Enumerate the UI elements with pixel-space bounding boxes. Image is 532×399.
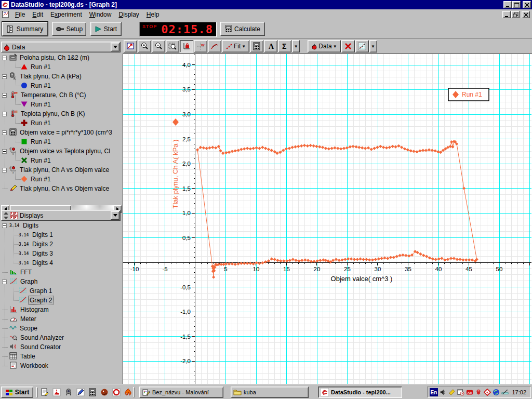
display-item-graph[interactable]: Graph xyxy=(2,277,38,286)
setup-button[interactable]: Setup xyxy=(52,22,86,36)
data-run-item[interactable]: Run #1 xyxy=(21,118,52,128)
svg-text:RTD: RTD xyxy=(14,91,18,95)
smart-tool-button[interactable] xyxy=(180,40,193,52)
scale-to-fit-icon xyxy=(126,42,135,50)
displays-dropdown-button[interactable] xyxy=(111,211,119,220)
graph-settings-dropdown[interactable]: ▼ xyxy=(369,40,377,52)
display-item-graph-2[interactable]: Graph 2 xyxy=(19,296,53,305)
sigma-dropdown[interactable]: ▼ xyxy=(292,40,300,52)
display-item-scope[interactable]: Scope xyxy=(2,324,38,333)
summary-label: Summary xyxy=(17,25,43,33)
taskbar-window-2[interactable]: kuba xyxy=(231,387,309,398)
quicklaunch-pen-tool-icon[interactable] xyxy=(76,388,85,396)
mdi-close-button[interactable] xyxy=(522,11,530,18)
graph-panel[interactable]: -10-55101520253035404550-2,0-1,5-1,0-0,5… xyxy=(123,54,532,384)
display-item-table[interactable]: Table xyxy=(2,352,36,361)
zoom-out-button[interactable] xyxy=(152,40,165,52)
mdi-minimize-button[interactable] xyxy=(502,11,511,18)
close-button[interactable] xyxy=(523,1,531,8)
menu-window[interactable]: Window xyxy=(86,10,115,19)
data-run-item[interactable]: Run #1 xyxy=(21,156,52,165)
display-item-graph-1[interactable]: Graph 1 xyxy=(19,286,53,296)
calculator-button[interactable] xyxy=(250,40,263,52)
quicklaunch-fire-icon[interactable] xyxy=(124,388,132,396)
data-select-button[interactable]: Data▼ xyxy=(308,40,340,52)
quicklaunch-calculator-icon[interactable] xyxy=(88,388,97,396)
display-item-digits-4[interactable]: 3.14Digits 4 xyxy=(19,258,54,268)
display-item-digits-2[interactable]: 3.14Digits 2 xyxy=(19,240,54,249)
zoom-select-button[interactable] xyxy=(166,40,179,52)
delete-button[interactable] xyxy=(341,40,355,52)
display-item-sound-analyzer[interactable]: Sound Analyzer xyxy=(2,333,65,342)
data-run-item[interactable]: Run #1 xyxy=(21,175,52,184)
collapse-toggle[interactable] xyxy=(2,168,7,172)
display-item-workbook[interactable]: Workbook xyxy=(2,361,49,370)
data-run-item[interactable]: Run #1 xyxy=(21,100,52,109)
collapse-toggle[interactable] xyxy=(2,223,7,228)
data-dropdown-button[interactable] xyxy=(111,43,119,51)
text-tool-button[interactable]: A xyxy=(264,40,277,52)
svg-text:3.14: 3.14 xyxy=(19,251,29,256)
tray-creature-icon[interactable] xyxy=(475,389,482,396)
display-item-histogram[interactable]: Histogram xyxy=(2,305,50,314)
maximize-button[interactable] xyxy=(512,1,521,8)
quicklaunch-acrobat-icon[interactable] xyxy=(52,388,61,396)
tray-hotkey-icon[interactable] xyxy=(448,389,456,396)
display-item-digits[interactable]: 3.14Digits xyxy=(2,221,39,230)
quicklaunch-dragon-icon[interactable] xyxy=(100,388,109,396)
data-tree-item[interactable]: Tlak plynu, Ch A vs Objem valce xyxy=(2,184,110,193)
data-run-item[interactable]: Run #1 xyxy=(21,81,52,90)
collapse-toggle[interactable] xyxy=(2,93,7,98)
quicklaunch-webcam-icon[interactable] xyxy=(64,388,73,396)
display-item-fft[interactable]: FFT xyxy=(2,268,33,277)
taskbar-window-3[interactable]: DataStudio - tepl200... xyxy=(318,387,402,398)
collapse-toggle[interactable] xyxy=(2,56,7,60)
data-run-item[interactable]: Run #1 xyxy=(21,62,52,72)
menu-file[interactable]: File xyxy=(11,10,29,19)
graph-window-icon[interactable] xyxy=(2,11,9,18)
collapse-toggle[interactable] xyxy=(2,130,7,135)
display-item-sound-creator[interactable]: Sound Creator xyxy=(2,342,62,352)
sort-arrows-icon[interactable] xyxy=(4,212,8,219)
quicklaunch-opera-icon[interactable] xyxy=(112,388,121,396)
menu-display[interactable]: Display xyxy=(115,10,142,19)
mdi-restore-button[interactable] xyxy=(511,11,520,18)
tray-tablet-icon[interactable] xyxy=(501,389,509,396)
menu-edit[interactable]: Edit xyxy=(29,10,47,19)
taskbar-window-1[interactable]: Bez_názvu - Malování xyxy=(139,387,223,398)
quicklaunch-notepad-icon[interactable] xyxy=(41,388,49,396)
collapse-toggle[interactable] xyxy=(2,149,7,154)
data-tree-item[interactable]: Tlak plynu, Ch A (kPa) xyxy=(2,72,83,81)
menu-help[interactable]: Help xyxy=(143,10,163,19)
calculate-button[interactable]: Calculate xyxy=(220,22,265,36)
scale-to-fit-button[interactable] xyxy=(124,40,137,52)
collapse-toggle[interactable] xyxy=(2,280,7,284)
tray-scheduler-icon[interactable] xyxy=(457,389,464,396)
display-item-meter[interactable]: Meter xyxy=(2,314,37,324)
summary-button[interactable]: Summary xyxy=(2,22,48,36)
language-indicator[interactable]: En xyxy=(430,388,438,396)
tray-volume-icon[interactable] xyxy=(440,389,447,396)
start-button[interactable]: Start xyxy=(90,22,122,36)
tray-winamp-icon[interactable] xyxy=(484,389,491,396)
tray-sync-icon[interactable] xyxy=(493,389,500,396)
svg-text:5: 5 xyxy=(224,266,227,272)
minimize-button[interactable] xyxy=(503,1,512,8)
xy-tool-button[interactable]: xy xyxy=(194,40,207,52)
menu-experiment[interactable]: Experiment xyxy=(47,10,86,19)
display-item-digits-3[interactable]: 3.14Digits 3 xyxy=(19,249,54,258)
series-run1[interactable] xyxy=(196,140,478,278)
slope-tool-button[interactable] xyxy=(208,40,221,52)
tray-ati-icon[interactable]: ATi xyxy=(466,389,473,396)
graph-settings-button[interactable] xyxy=(355,40,369,52)
sigma-button[interactable]: Σ xyxy=(278,40,291,52)
legend[interactable]: Run #1 xyxy=(448,88,489,101)
start-menu-button[interactable]: Start xyxy=(1,387,33,398)
zoom-in-button[interactable] xyxy=(138,40,151,52)
data-run-item[interactable]: Run #1 xyxy=(21,137,52,147)
collapse-toggle[interactable] xyxy=(2,112,7,116)
graph-canvas[interactable]: -10-55101520253035404550-2,0-1,5-1,0-0,5… xyxy=(123,54,531,384)
collapse-toggle[interactable] xyxy=(2,74,7,79)
display-item-digits-1[interactable]: 3.14Digits 1 xyxy=(19,230,54,240)
fit-button[interactable]: Fit▼ xyxy=(222,40,249,52)
